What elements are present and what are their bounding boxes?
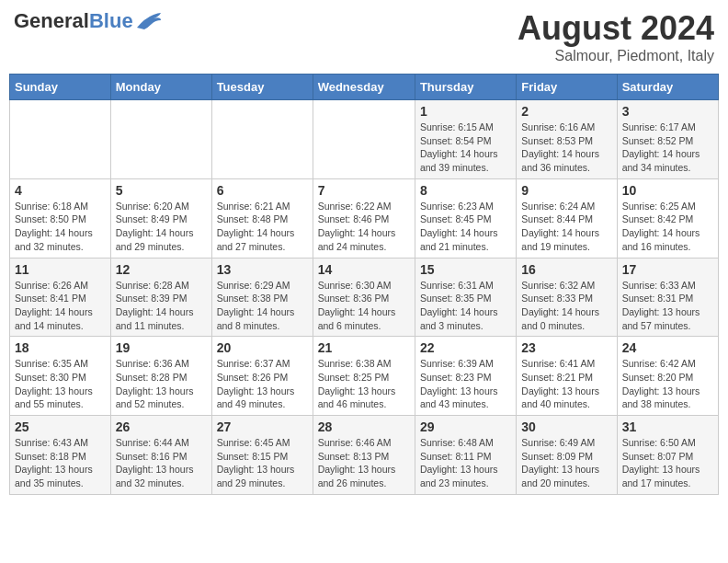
- calendar-cell: 27Sunrise: 6:45 AMSunset: 8:15 PMDayligh…: [211, 416, 313, 495]
- day-number: 10: [622, 183, 713, 198]
- day-number: 2: [521, 104, 611, 119]
- day-info: Sunrise: 6:36 AMSunset: 8:28 PMDaylight:…: [116, 357, 207, 411]
- day-info: Sunrise: 6:29 AMSunset: 8:38 PMDaylight:…: [217, 279, 308, 333]
- day-number: 29: [420, 419, 511, 434]
- day-info: Sunrise: 6:31 AMSunset: 8:35 PMDaylight:…: [420, 279, 511, 333]
- day-number: 14: [318, 262, 410, 277]
- day-info: Sunrise: 6:41 AMSunset: 8:21 PMDaylight:…: [521, 357, 611, 411]
- day-info: Sunrise: 6:37 AMSunset: 8:26 PMDaylight:…: [217, 357, 308, 411]
- day-number: 30: [521, 419, 611, 434]
- calendar-cell: 25Sunrise: 6:43 AMSunset: 8:18 PMDayligh…: [10, 416, 111, 495]
- calendar-week-row: 4Sunrise: 6:18 AMSunset: 8:50 PMDaylight…: [10, 178, 719, 258]
- calendar-cell: 8Sunrise: 6:23 AMSunset: 8:45 PMDaylight…: [415, 178, 516, 258]
- page-header: GeneralBlue August 2024 Salmour, Piedmon…: [9, 9, 719, 64]
- calendar-cell: 16Sunrise: 6:32 AMSunset: 8:33 PMDayligh…: [517, 258, 617, 337]
- calendar-cell: 15Sunrise: 6:31 AMSunset: 8:35 PMDayligh…: [415, 258, 516, 337]
- day-number: 17: [622, 262, 713, 277]
- day-number: 27: [217, 419, 308, 434]
- calendar-cell: 19Sunrise: 6:36 AMSunset: 8:28 PMDayligh…: [110, 337, 211, 416]
- logo-text: GeneralBlue: [14, 9, 133, 33]
- calendar-cell: 18Sunrise: 6:35 AMSunset: 8:30 PMDayligh…: [10, 337, 111, 416]
- day-number: 21: [318, 340, 410, 355]
- calendar-cell: 1Sunrise: 6:15 AMSunset: 8:54 PMDaylight…: [415, 100, 516, 179]
- day-info: Sunrise: 6:45 AMSunset: 8:15 PMDaylight:…: [217, 436, 308, 490]
- calendar-cell: 10Sunrise: 6:25 AMSunset: 8:42 PMDayligh…: [617, 178, 718, 258]
- calendar-cell: 6Sunrise: 6:21 AMSunset: 8:48 PMDaylight…: [211, 178, 313, 258]
- day-of-week-tuesday: Tuesday: [211, 75, 313, 100]
- day-of-week-thursday: Thursday: [415, 75, 516, 100]
- day-number: 22: [420, 340, 511, 355]
- day-info: Sunrise: 6:17 AMSunset: 8:52 PMDaylight:…: [622, 121, 713, 175]
- day-of-week-saturday: Saturday: [617, 75, 718, 100]
- calendar-cell: 29Sunrise: 6:48 AMSunset: 8:11 PMDayligh…: [415, 416, 516, 495]
- calendar-cell: 24Sunrise: 6:42 AMSunset: 8:20 PMDayligh…: [617, 337, 718, 416]
- day-of-week-sunday: Sunday: [10, 75, 111, 100]
- day-number: 19: [116, 340, 207, 355]
- day-info: Sunrise: 6:32 AMSunset: 8:33 PMDaylight:…: [521, 279, 611, 333]
- calendar-table: SundayMondayTuesdayWednesdayThursdayFrid…: [9, 74, 719, 495]
- calendar-cell: 21Sunrise: 6:38 AMSunset: 8:25 PMDayligh…: [313, 337, 415, 416]
- day-info: Sunrise: 6:49 AMSunset: 8:09 PMDaylight:…: [521, 436, 611, 490]
- day-info: Sunrise: 6:42 AMSunset: 8:20 PMDaylight:…: [622, 357, 713, 411]
- calendar-cell: 23Sunrise: 6:41 AMSunset: 8:21 PMDayligh…: [517, 337, 617, 416]
- day-info: Sunrise: 6:48 AMSunset: 8:11 PMDaylight:…: [420, 436, 511, 490]
- calendar-header-row: SundayMondayTuesdayWednesdayThursdayFrid…: [10, 75, 719, 100]
- day-info: Sunrise: 6:26 AMSunset: 8:41 PMDaylight:…: [15, 279, 106, 333]
- calendar-week-row: 11Sunrise: 6:26 AMSunset: 8:41 PMDayligh…: [10, 258, 719, 337]
- day-number: 9: [521, 183, 611, 198]
- title-section: August 2024 Salmour, Piedmont, Italy: [518, 9, 714, 64]
- calendar-cell: 11Sunrise: 6:26 AMSunset: 8:41 PMDayligh…: [10, 258, 111, 337]
- day-info: Sunrise: 6:33 AMSunset: 8:31 PMDaylight:…: [622, 279, 713, 333]
- day-number: 4: [15, 183, 106, 198]
- day-number: 24: [622, 340, 713, 355]
- calendar-cell: 28Sunrise: 6:46 AMSunset: 8:13 PMDayligh…: [313, 416, 415, 495]
- day-number: 16: [521, 262, 611, 277]
- month-title: August 2024: [518, 9, 714, 48]
- calendar-week-row: 25Sunrise: 6:43 AMSunset: 8:18 PMDayligh…: [10, 416, 719, 495]
- calendar-cell: 30Sunrise: 6:49 AMSunset: 8:09 PMDayligh…: [517, 416, 617, 495]
- calendar-cell: 13Sunrise: 6:29 AMSunset: 8:38 PMDayligh…: [211, 258, 313, 337]
- calendar-cell: 20Sunrise: 6:37 AMSunset: 8:26 PMDayligh…: [211, 337, 313, 416]
- calendar-cell: 3Sunrise: 6:17 AMSunset: 8:52 PMDaylight…: [617, 100, 718, 179]
- day-number: 7: [318, 183, 410, 198]
- day-number: 25: [15, 419, 106, 434]
- day-number: 18: [15, 340, 106, 355]
- day-info: Sunrise: 6:22 AMSunset: 8:46 PMDaylight:…: [318, 200, 410, 254]
- day-info: Sunrise: 6:24 AMSunset: 8:44 PMDaylight:…: [521, 200, 611, 254]
- day-info: Sunrise: 6:20 AMSunset: 8:49 PMDaylight:…: [116, 200, 207, 254]
- day-number: 1: [420, 104, 511, 119]
- calendar-cell: 22Sunrise: 6:39 AMSunset: 8:23 PMDayligh…: [415, 337, 516, 416]
- day-info: Sunrise: 6:43 AMSunset: 8:18 PMDaylight:…: [15, 436, 106, 490]
- calendar-week-row: 18Sunrise: 6:35 AMSunset: 8:30 PMDayligh…: [10, 337, 719, 416]
- day-number: 28: [318, 419, 410, 434]
- day-info: Sunrise: 6:46 AMSunset: 8:13 PMDaylight:…: [318, 436, 410, 490]
- calendar-cell: 2Sunrise: 6:16 AMSunset: 8:53 PMDaylight…: [517, 100, 617, 179]
- day-info: Sunrise: 6:28 AMSunset: 8:39 PMDaylight:…: [116, 279, 207, 333]
- day-info: Sunrise: 6:38 AMSunset: 8:25 PMDaylight:…: [318, 357, 410, 411]
- day-number: 3: [622, 104, 713, 119]
- day-of-week-monday: Monday: [110, 75, 211, 100]
- day-info: Sunrise: 6:39 AMSunset: 8:23 PMDaylight:…: [420, 357, 511, 411]
- day-info: Sunrise: 6:30 AMSunset: 8:36 PMDaylight:…: [318, 279, 410, 333]
- calendar-cell: 14Sunrise: 6:30 AMSunset: 8:36 PMDayligh…: [313, 258, 415, 337]
- calendar-cell: 17Sunrise: 6:33 AMSunset: 8:31 PMDayligh…: [617, 258, 718, 337]
- calendar-cell: 7Sunrise: 6:22 AMSunset: 8:46 PMDaylight…: [313, 178, 415, 258]
- calendar-cell: 4Sunrise: 6:18 AMSunset: 8:50 PMDaylight…: [10, 178, 111, 258]
- day-number: 8: [420, 183, 511, 198]
- day-number: 20: [217, 340, 308, 355]
- day-info: Sunrise: 6:50 AMSunset: 8:07 PMDaylight:…: [622, 436, 713, 490]
- calendar-cell: [211, 100, 313, 179]
- calendar-cell: 26Sunrise: 6:44 AMSunset: 8:16 PMDayligh…: [110, 416, 211, 495]
- day-number: 23: [521, 340, 611, 355]
- day-info: Sunrise: 6:16 AMSunset: 8:53 PMDaylight:…: [521, 121, 611, 175]
- day-info: Sunrise: 6:15 AMSunset: 8:54 PMDaylight:…: [420, 121, 511, 175]
- day-number: 15: [420, 262, 511, 277]
- day-info: Sunrise: 6:35 AMSunset: 8:30 PMDaylight:…: [15, 357, 106, 411]
- day-info: Sunrise: 6:18 AMSunset: 8:50 PMDaylight:…: [15, 200, 106, 254]
- calendar-cell: 9Sunrise: 6:24 AMSunset: 8:44 PMDaylight…: [517, 178, 617, 258]
- calendar-cell: 12Sunrise: 6:28 AMSunset: 8:39 PMDayligh…: [110, 258, 211, 337]
- day-of-week-friday: Friday: [517, 75, 617, 100]
- calendar-cell: [110, 100, 211, 179]
- day-info: Sunrise: 6:23 AMSunset: 8:45 PMDaylight:…: [420, 200, 511, 254]
- day-number: 26: [116, 419, 207, 434]
